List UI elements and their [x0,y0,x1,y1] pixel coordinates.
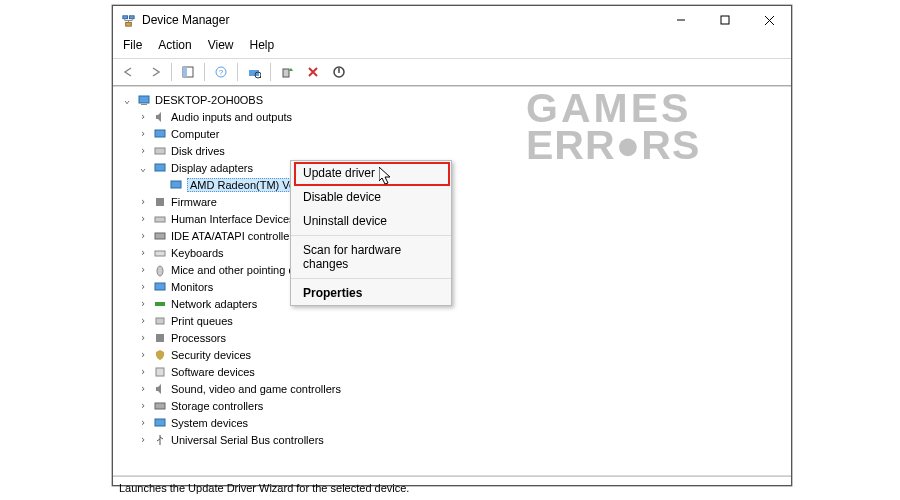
expand-icon[interactable]: › [137,315,149,326]
storage-icon [153,399,167,413]
node-label: Display adapters [171,162,253,174]
tree-node-processors[interactable]: ›Processors [137,329,783,346]
tree-node-storage[interactable]: ›Storage controllers [137,397,783,414]
expand-icon[interactable]: › [137,128,149,139]
expand-icon[interactable]: › [137,213,149,224]
printer-icon [153,314,167,328]
svg-rect-0 [123,15,128,18]
show-hide-button[interactable] [176,61,200,83]
ide-icon [153,229,167,243]
expand-icon[interactable]: › [137,349,149,360]
tree-node-sound[interactable]: ›Sound, video and game controllers [137,380,783,397]
node-label: Sound, video and game controllers [171,383,341,395]
ctx-properties[interactable]: Properties [291,281,451,305]
maximize-button[interactable] [703,6,747,34]
svg-rect-26 [156,334,164,342]
svg-rect-13 [141,104,147,105]
ctx-disable-device[interactable]: Disable device [291,185,451,209]
collapse-icon[interactable]: ⌄ [137,162,149,173]
node-label: Print queues [171,315,233,327]
expand-icon[interactable]: › [137,434,149,445]
node-label: Computer [171,128,219,140]
svg-rect-15 [155,148,165,154]
svg-rect-21 [155,251,165,256]
desktop-icon [153,127,167,141]
menu-view[interactable]: View [202,36,240,56]
svg-rect-29 [155,419,165,426]
software-icon [153,365,167,379]
expand-icon[interactable]: › [137,111,149,122]
expand-icon[interactable]: › [137,145,149,156]
svg-rect-28 [155,403,165,409]
svg-rect-12 [139,96,149,103]
tree-node-security[interactable]: ›Security devices [137,346,783,363]
tree-node-hid[interactable]: ›Human Interface Devices [137,210,783,227]
tree-node-mice[interactable]: ›Mice and other pointing devices [137,261,783,278]
chip-icon [153,195,167,209]
expand-icon[interactable]: › [137,366,149,377]
node-label: Universal Serial Bus controllers [171,434,324,446]
svg-rect-14 [155,130,165,137]
collapse-icon[interactable]: ⌄ [121,94,133,105]
expand-icon[interactable]: › [137,247,149,258]
expand-icon[interactable]: › [137,196,149,207]
tree-node-monitors[interactable]: ›Monitors [137,278,783,295]
tree-node-network[interactable]: ›Network adapters [137,295,783,312]
shield-icon [153,348,167,362]
scan-hardware-button[interactable] [242,61,266,83]
svg-rect-10 [283,69,289,77]
titlebar[interactable]: Device Manager [113,6,791,34]
back-button[interactable] [117,61,141,83]
tree-node-print[interactable]: ›Print queues [137,312,783,329]
tree-node-software[interactable]: ›Software devices [137,363,783,380]
expand-icon[interactable]: › [137,264,149,275]
node-label: System devices [171,417,248,429]
monitor-icon [153,280,167,294]
expand-icon[interactable]: › [137,332,149,343]
ctx-update-driver[interactable]: Update driver [291,161,451,185]
update-driver-button[interactable] [275,61,299,83]
menu-action[interactable]: Action [152,36,197,56]
expand-icon[interactable]: › [137,417,149,428]
window-title: Device Manager [142,13,229,27]
svg-rect-1 [129,15,134,18]
expand-icon[interactable]: › [137,230,149,241]
watermark: GAMES ERR●RS [526,90,700,164]
expand-icon[interactable]: › [137,400,149,411]
tree-node-keyboards[interactable]: ›Keyboards [137,244,783,261]
forward-button[interactable] [143,61,167,83]
menu-file[interactable]: File [117,36,148,56]
help-button[interactable]: ? [209,61,233,83]
disable-button[interactable] [327,61,351,83]
monitor-icon [153,161,167,175]
svg-rect-25 [156,318,164,324]
svg-rect-5 [183,67,187,77]
node-label: Processors [171,332,226,344]
tree-node-ide[interactable]: ›IDE ATA/ATAPI controllers [137,227,783,244]
usb-icon [153,433,167,447]
svg-rect-3 [721,16,729,24]
node-label: Storage controllers [171,400,263,412]
close-button[interactable] [747,6,791,34]
context-menu: Update driver Disable device Uninstall d… [290,160,452,306]
ctx-scan-hardware[interactable]: Scan for hardware changes [291,238,451,276]
minimize-button[interactable] [659,6,703,34]
tree-node-system[interactable]: ›System devices [137,414,783,431]
ctx-uninstall-device[interactable]: Uninstall device [291,209,451,233]
menu-help[interactable]: Help [244,36,281,56]
computer-icon [137,93,151,107]
tree-node-firmware[interactable]: ›Firmware [137,193,783,210]
node-label: Keyboards [171,247,224,259]
expand-icon[interactable]: › [137,383,149,394]
root-label: DESKTOP-2OH0OBS [155,94,263,106]
cpu-icon [153,331,167,345]
expand-icon[interactable]: › [137,298,149,309]
tree-node-gpu[interactable]: AMD Radeon(TM) Vega 11 Graphics [153,176,783,193]
expand-icon[interactable]: › [137,281,149,292]
watermark-line2: ERR●RS [526,127,700,164]
hid-icon [153,212,167,226]
node-label: Monitors [171,281,213,293]
svg-rect-23 [155,283,165,290]
uninstall-button[interactable] [301,61,325,83]
tree-node-usb[interactable]: ›Universal Serial Bus controllers [137,431,783,448]
